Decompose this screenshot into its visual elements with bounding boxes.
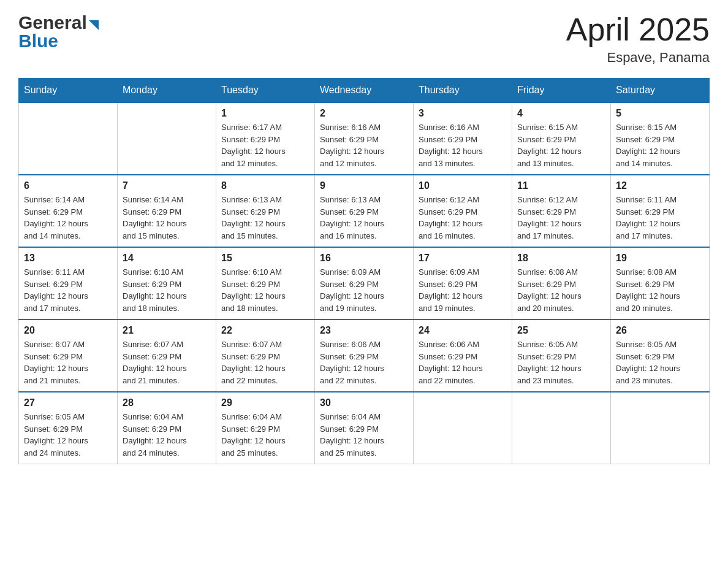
day-number: 7 xyxy=(123,180,211,191)
calendar-cell: 13Sunrise: 6:11 AM Sunset: 6:29 PM Dayli… xyxy=(19,247,118,320)
day-number: 29 xyxy=(221,397,309,408)
day-number: 19 xyxy=(616,253,704,264)
calendar-cell: 2Sunrise: 6:16 AM Sunset: 6:29 PM Daylig… xyxy=(315,102,414,175)
calendar-cell: 1Sunrise: 6:17 AM Sunset: 6:29 PM Daylig… xyxy=(216,102,315,175)
day-number: 15 xyxy=(221,253,309,264)
day-info: Sunrise: 6:08 AM Sunset: 6:29 PM Dayligh… xyxy=(616,266,704,314)
calendar-cell: 10Sunrise: 6:12 AM Sunset: 6:29 PM Dayli… xyxy=(414,175,512,247)
col-header-tuesday: Tuesday xyxy=(216,79,315,103)
day-number: 26 xyxy=(616,325,704,336)
calendar-cell: 4Sunrise: 6:15 AM Sunset: 6:29 PM Daylig… xyxy=(512,102,611,175)
day-number: 4 xyxy=(517,108,605,119)
day-info: Sunrise: 6:13 AM Sunset: 6:29 PM Dayligh… xyxy=(320,194,408,242)
calendar-cell: 9Sunrise: 6:13 AM Sunset: 6:29 PM Daylig… xyxy=(315,175,414,247)
day-info: Sunrise: 6:09 AM Sunset: 6:29 PM Dayligh… xyxy=(320,266,408,314)
calendar-cell xyxy=(414,392,512,464)
month-title: April 2025 xyxy=(566,12,710,47)
logo-arrow-icon xyxy=(89,20,99,30)
day-number: 17 xyxy=(419,253,507,264)
day-info: Sunrise: 6:06 AM Sunset: 6:29 PM Dayligh… xyxy=(320,339,408,386)
day-info: Sunrise: 6:16 AM Sunset: 6:29 PM Dayligh… xyxy=(419,121,507,169)
calendar-cell: 15Sunrise: 6:10 AM Sunset: 6:29 PM Dayli… xyxy=(216,247,315,320)
day-info: Sunrise: 6:07 AM Sunset: 6:29 PM Dayligh… xyxy=(221,339,309,386)
day-number: 24 xyxy=(419,325,507,336)
day-info: Sunrise: 6:12 AM Sunset: 6:29 PM Dayligh… xyxy=(517,194,605,242)
day-info: Sunrise: 6:04 AM Sunset: 6:29 PM Dayligh… xyxy=(123,411,211,459)
calendar-week-row: 1Sunrise: 6:17 AM Sunset: 6:29 PM Daylig… xyxy=(19,102,710,175)
day-info: Sunrise: 6:15 AM Sunset: 6:29 PM Dayligh… xyxy=(616,121,704,169)
calendar-cell xyxy=(512,392,611,464)
day-number: 22 xyxy=(221,325,309,336)
day-info: Sunrise: 6:08 AM Sunset: 6:29 PM Dayligh… xyxy=(517,266,605,314)
calendar-cell xyxy=(611,392,710,464)
logo-blue: Blue xyxy=(18,31,99,52)
day-number: 30 xyxy=(320,397,408,408)
col-header-monday: Monday xyxy=(118,79,216,103)
day-info: Sunrise: 6:16 AM Sunset: 6:29 PM Dayligh… xyxy=(320,121,408,169)
calendar-week-row: 27Sunrise: 6:05 AM Sunset: 6:29 PM Dayli… xyxy=(19,392,710,464)
day-info: Sunrise: 6:05 AM Sunset: 6:29 PM Dayligh… xyxy=(24,411,112,459)
day-info: Sunrise: 6:04 AM Sunset: 6:29 PM Dayligh… xyxy=(320,411,408,459)
page-header: General Blue April 2025 Espave, Panama xyxy=(18,12,710,66)
calendar-table: SundayMondayTuesdayWednesdayThursdayFrid… xyxy=(18,78,710,464)
col-header-wednesday: Wednesday xyxy=(315,79,414,103)
logo-general: General xyxy=(18,12,87,33)
day-info: Sunrise: 6:14 AM Sunset: 6:29 PM Dayligh… xyxy=(123,194,211,242)
day-number: 16 xyxy=(320,253,408,264)
calendar-cell: 11Sunrise: 6:12 AM Sunset: 6:29 PM Dayli… xyxy=(512,175,611,247)
day-number: 6 xyxy=(24,180,112,191)
calendar-cell: 21Sunrise: 6:07 AM Sunset: 6:29 PM Dayli… xyxy=(118,320,216,392)
day-number: 5 xyxy=(616,108,704,119)
logo: General Blue xyxy=(18,12,99,52)
location: Espave, Panama xyxy=(566,50,710,66)
calendar-cell: 6Sunrise: 6:14 AM Sunset: 6:29 PM Daylig… xyxy=(19,175,118,247)
day-number: 28 xyxy=(123,397,211,408)
day-info: Sunrise: 6:17 AM Sunset: 6:29 PM Dayligh… xyxy=(221,121,309,169)
calendar-header-row: SundayMondayTuesdayWednesdayThursdayFrid… xyxy=(19,79,710,103)
calendar-cell: 18Sunrise: 6:08 AM Sunset: 6:29 PM Dayli… xyxy=(512,247,611,320)
calendar-cell: 29Sunrise: 6:04 AM Sunset: 6:29 PM Dayli… xyxy=(216,392,315,464)
calendar-cell: 27Sunrise: 6:05 AM Sunset: 6:29 PM Dayli… xyxy=(19,392,118,464)
calendar-cell: 24Sunrise: 6:06 AM Sunset: 6:29 PM Dayli… xyxy=(414,320,512,392)
day-number: 3 xyxy=(419,108,507,119)
day-number: 11 xyxy=(517,180,605,191)
calendar-week-row: 6Sunrise: 6:14 AM Sunset: 6:29 PM Daylig… xyxy=(19,175,710,247)
day-number: 2 xyxy=(320,108,408,119)
calendar-cell: 12Sunrise: 6:11 AM Sunset: 6:29 PM Dayli… xyxy=(611,175,710,247)
calendar-cell: 19Sunrise: 6:08 AM Sunset: 6:29 PM Dayli… xyxy=(611,247,710,320)
day-info: Sunrise: 6:11 AM Sunset: 6:29 PM Dayligh… xyxy=(24,266,112,314)
calendar-cell: 3Sunrise: 6:16 AM Sunset: 6:29 PM Daylig… xyxy=(414,102,512,175)
calendar-cell: 25Sunrise: 6:05 AM Sunset: 6:29 PM Dayli… xyxy=(512,320,611,392)
calendar-cell: 7Sunrise: 6:14 AM Sunset: 6:29 PM Daylig… xyxy=(118,175,216,247)
calendar-cell: 5Sunrise: 6:15 AM Sunset: 6:29 PM Daylig… xyxy=(611,102,710,175)
day-number: 27 xyxy=(24,397,112,408)
calendar-week-row: 20Sunrise: 6:07 AM Sunset: 6:29 PM Dayli… xyxy=(19,320,710,392)
day-info: Sunrise: 6:14 AM Sunset: 6:29 PM Dayligh… xyxy=(24,194,112,242)
calendar-cell: 23Sunrise: 6:06 AM Sunset: 6:29 PM Dayli… xyxy=(315,320,414,392)
day-number: 20 xyxy=(24,325,112,336)
calendar-cell: 16Sunrise: 6:09 AM Sunset: 6:29 PM Dayli… xyxy=(315,247,414,320)
day-info: Sunrise: 6:13 AM Sunset: 6:29 PM Dayligh… xyxy=(221,194,309,242)
calendar-week-row: 13Sunrise: 6:11 AM Sunset: 6:29 PM Dayli… xyxy=(19,247,710,320)
day-info: Sunrise: 6:04 AM Sunset: 6:29 PM Dayligh… xyxy=(221,411,309,459)
col-header-saturday: Saturday xyxy=(611,79,710,103)
calendar-cell: 28Sunrise: 6:04 AM Sunset: 6:29 PM Dayli… xyxy=(118,392,216,464)
calendar-cell: 8Sunrise: 6:13 AM Sunset: 6:29 PM Daylig… xyxy=(216,175,315,247)
col-header-friday: Friday xyxy=(512,79,611,103)
day-number: 14 xyxy=(123,253,211,264)
day-info: Sunrise: 6:07 AM Sunset: 6:29 PM Dayligh… xyxy=(24,339,112,386)
day-number: 13 xyxy=(24,253,112,264)
day-info: Sunrise: 6:06 AM Sunset: 6:29 PM Dayligh… xyxy=(419,339,507,386)
day-number: 1 xyxy=(221,108,309,119)
day-number: 12 xyxy=(616,180,704,191)
day-number: 18 xyxy=(517,253,605,264)
day-info: Sunrise: 6:11 AM Sunset: 6:29 PM Dayligh… xyxy=(616,194,704,242)
day-number: 25 xyxy=(517,325,605,336)
calendar-cell xyxy=(118,102,216,175)
day-info: Sunrise: 6:05 AM Sunset: 6:29 PM Dayligh… xyxy=(517,339,605,386)
day-info: Sunrise: 6:07 AM Sunset: 6:29 PM Dayligh… xyxy=(123,339,211,386)
col-header-sunday: Sunday xyxy=(19,79,118,103)
day-info: Sunrise: 6:12 AM Sunset: 6:29 PM Dayligh… xyxy=(419,194,507,242)
col-header-thursday: Thursday xyxy=(414,79,512,103)
day-info: Sunrise: 6:10 AM Sunset: 6:29 PM Dayligh… xyxy=(123,266,211,314)
